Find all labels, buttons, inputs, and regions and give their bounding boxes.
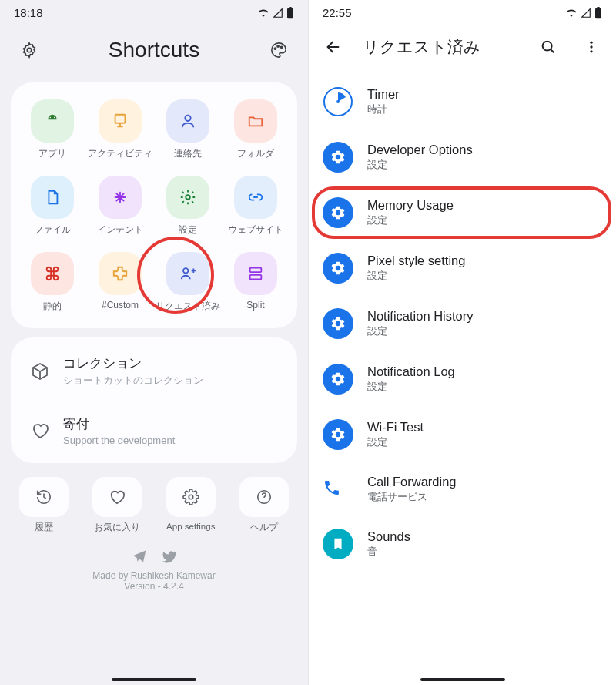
request-item[interactable]: Timer時計: [309, 74, 616, 129]
list-row-heart[interactable]: 寄付Support the development: [14, 401, 294, 460]
item-sub: 設定: [367, 269, 465, 283]
tile-contact[interactable]: 連絡先: [154, 96, 222, 168]
tile-intent[interactable]: インテント: [86, 173, 154, 244]
tile-label: Split: [246, 300, 264, 311]
phone-icon: [323, 478, 353, 500]
list-header: リクエスト済み: [309, 22, 616, 69]
tile-label: 連絡先: [174, 147, 202, 160]
signal-icon: [581, 8, 591, 18]
item-title: Pixel style setting: [367, 254, 465, 268]
folder-icon: [234, 99, 277, 143]
clock-icon: [323, 86, 353, 117]
tile-label: リクエスト済み: [156, 300, 220, 313]
bottom-heart[interactable]: お気に入り: [92, 477, 142, 533]
gear-icon: [323, 419, 353, 450]
nav-pill[interactable]: [112, 678, 196, 681]
svg-point-5: [281, 46, 283, 48]
shortcuts-app-screen: 18:18 Shortcuts アプリアクティビティ連絡先フォルダファイルインテ…: [0, 0, 308, 685]
svg-rect-13: [250, 275, 262, 280]
svg-point-20: [590, 45, 592, 48]
item-title: Notification Log: [367, 364, 455, 379]
activity-icon: [99, 99, 142, 143]
tile-label: #Custom: [102, 300, 139, 311]
item-title: Developer Options: [367, 143, 473, 157]
tile-label: ウェブサイト: [228, 223, 283, 237]
cmd-icon: [31, 252, 74, 295]
file-icon: [31, 176, 74, 219]
request-item[interactable]: Notification Log設定: [309, 351, 616, 407]
gear-icon: [166, 176, 209, 219]
split-icon: [234, 252, 277, 295]
item-sub: 設定: [367, 158, 473, 172]
svg-point-14: [189, 495, 193, 499]
item-title: Wi-Fi Test: [367, 420, 424, 435]
item-title: Sounds: [367, 529, 410, 544]
svg-rect-17: [597, 7, 599, 8]
cube-icon: [29, 361, 51, 382]
bottom-shortcut-row: 履歴お気に入りApp settingsヘルプ: [0, 472, 308, 541]
gear-icon: [323, 308, 353, 339]
row-title: 寄付: [63, 415, 175, 433]
request-item[interactable]: Call Forwarding電話サービス: [309, 462, 616, 516]
footer-version: Version - 4.2.4: [0, 581, 308, 592]
tile-activity[interactable]: アクティビティ: [86, 96, 154, 168]
status-bar: 22:55: [309, 0, 616, 22]
tile-label: 設定: [179, 223, 197, 237]
request-item[interactable]: Notification History設定: [309, 296, 616, 351]
request-item[interactable]: Developer Options設定: [309, 129, 616, 185]
bottom-gear2[interactable]: App settings: [166, 477, 216, 533]
request-item[interactable]: Memory Usage設定: [309, 185, 616, 240]
row-sub: Support the development: [63, 435, 175, 446]
svg-point-6: [50, 117, 51, 118]
item-title: Call Forwarding: [367, 475, 457, 489]
item-sub: 設定: [367, 213, 454, 227]
svg-point-2: [27, 48, 32, 52]
back-arrow-icon[interactable]: [320, 33, 347, 61]
contact-icon: [166, 99, 209, 143]
tile-gear[interactable]: 設定: [154, 173, 222, 244]
svg-point-19: [590, 42, 592, 44]
request-item[interactable]: Pixel style setting設定: [309, 240, 616, 296]
wifi-icon: [257, 8, 270, 18]
status-icons: [565, 7, 602, 19]
tile-android[interactable]: アプリ: [18, 96, 86, 168]
collection-card: コレクションショートカットのコレクション寄付Support the develo…: [11, 337, 297, 463]
gear-icon: [323, 197, 353, 228]
settings-gear-icon[interactable]: [15, 36, 43, 64]
nav-pill[interactable]: [420, 678, 505, 681]
request-item[interactable]: Sounds音: [309, 516, 616, 572]
search-icon[interactable]: [534, 33, 562, 61]
footer: Made by Rushikesh Kamewar Version - 4.2.…: [0, 541, 308, 592]
tile-link[interactable]: ウェブサイト: [222, 173, 290, 244]
footer-credit: Made by Rushikesh Kamewar: [0, 570, 308, 581]
tile-label: アプリ: [38, 147, 66, 160]
tile-cmd[interactable]: 静的: [18, 249, 86, 321]
bottom-help[interactable]: ヘルプ: [239, 477, 289, 533]
list-row-cube[interactable]: コレクションショートカットのコレクション: [14, 341, 294, 401]
tile-ext[interactable]: #Custom: [86, 249, 154, 321]
request-item[interactable]: Wi-Fi Test設定: [309, 407, 616, 462]
palette-icon[interactable]: [265, 36, 293, 64]
more-menu-icon[interactable]: [578, 33, 605, 61]
gear2-icon: [166, 477, 216, 517]
link-icon: [234, 176, 277, 219]
tile-req[interactable]: リクエスト済み: [154, 249, 222, 321]
app-title: Shortcuts: [43, 38, 265, 62]
tile-split[interactable]: Split: [222, 249, 290, 321]
bottom-history[interactable]: 履歴: [19, 477, 69, 533]
telegram-icon[interactable]: [132, 549, 147, 564]
sounds-icon: [323, 529, 353, 559]
requested-list: Timer時計Developer Options設定Memory Usage設定…: [309, 69, 616, 576]
tile-folder[interactable]: フォルダ: [222, 96, 290, 168]
svg-rect-8: [116, 115, 126, 123]
item-sub: 電話サービス: [367, 490, 457, 504]
tile-label: ファイル: [34, 223, 71, 237]
svg-point-3: [274, 48, 276, 49]
tile-file[interactable]: ファイル: [18, 173, 86, 244]
item-sub: 設定: [367, 324, 474, 338]
twitter-icon[interactable]: [161, 549, 176, 564]
battery-icon: [286, 7, 294, 19]
bottom-label: 履歴: [35, 522, 53, 533]
item-sub: 設定: [367, 435, 424, 449]
tile-label: インテント: [97, 223, 143, 237]
